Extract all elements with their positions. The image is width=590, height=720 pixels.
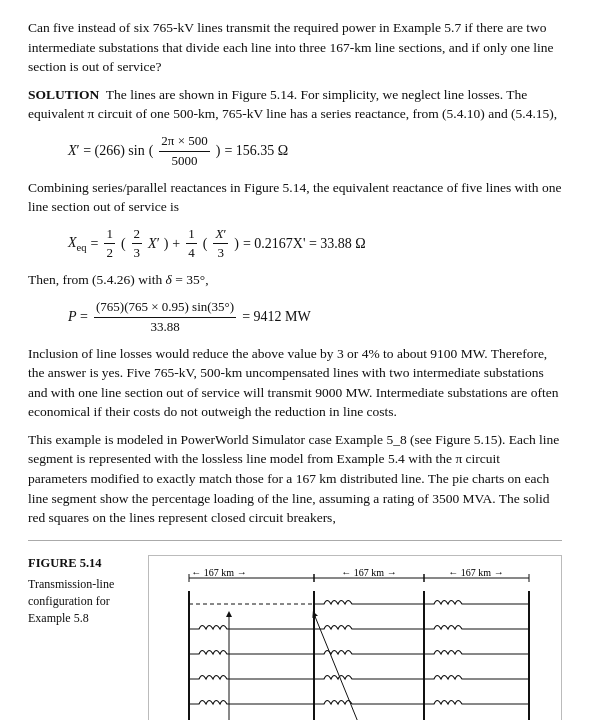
solution-text-2: Combining series/parallel reactances in … bbox=[28, 178, 562, 217]
figure-section: FIGURE 5.14 Transmission-line configurat… bbox=[28, 555, 562, 720]
inductor-1-2 bbox=[314, 600, 424, 604]
eq1-fraction: 2π × 500 5000 bbox=[159, 132, 209, 171]
eq2-result: = 0.2167X' = 33.88 Ω bbox=[243, 234, 366, 254]
eq2-paren2-close: ) bbox=[234, 234, 239, 254]
dim3-label: ← 167 km → bbox=[448, 567, 503, 578]
eq1-result: = 156.35 Ω bbox=[224, 141, 288, 161]
eq2-xeq: Xeq bbox=[68, 233, 86, 255]
solution-text-5: This example is modeled in PowerWorld Si… bbox=[28, 430, 562, 528]
inductor-4-2 bbox=[314, 675, 424, 679]
inductor-5-2 bbox=[314, 700, 424, 704]
eq2-paren1-open: ( bbox=[121, 234, 126, 254]
eq3-result: = 9412 MW bbox=[242, 307, 311, 327]
inductor-1-3 bbox=[424, 600, 529, 604]
inductor-2-3 bbox=[424, 625, 529, 629]
eq3-fraction: (765)(765 × 0.95) sin(35°) 33.88 bbox=[94, 298, 236, 337]
equation-2: Xeq = 1 2 ( 2 3 X′ ) + 1 4 ( X′ 3 ) = 0.… bbox=[68, 225, 562, 264]
inductor-2-2 bbox=[314, 625, 424, 629]
inductor-4-1 bbox=[189, 675, 314, 679]
figure-diagram: ← 167 km → ← 167 km → ← 167 km → bbox=[148, 555, 562, 720]
intro-question: Can five instead of six 765-kV lines tra… bbox=[28, 18, 562, 77]
section-divider bbox=[28, 540, 562, 541]
solution-text-4: Inclusion of line losses would reduce th… bbox=[28, 344, 562, 422]
inductor-5-1 bbox=[189, 700, 314, 704]
eq1-frac-close: ) bbox=[216, 141, 221, 161]
solution-block-1: SOLUTION The lines are shown in Figure 5… bbox=[28, 85, 562, 124]
eq2-equals1: = bbox=[90, 234, 98, 254]
inductor-3-1 bbox=[189, 650, 314, 654]
eq1-lhs: X′ = (266) sin bbox=[68, 141, 145, 161]
solution-text-1: The lines are shown in Figure 5.14. For … bbox=[28, 87, 557, 122]
eq2-frac1: 1 2 bbox=[104, 225, 115, 264]
eq2-paren1-close: ) bbox=[164, 234, 169, 254]
inductor-3-3 bbox=[424, 650, 529, 654]
dim2-label: ← 167 km → bbox=[341, 567, 396, 578]
eq1-frac-open: ( bbox=[149, 141, 154, 161]
diagram-svg: ← 167 km → ← 167 km → ← 167 km → bbox=[159, 564, 539, 720]
eq2-frac2: 2 3 bbox=[132, 225, 143, 264]
figure-label: FIGURE 5.14 Transmission-line configurat… bbox=[28, 555, 138, 627]
equation-1: X′ = (266) sin ( 2π × 500 5000 ) = 156.3… bbox=[68, 132, 562, 171]
dim1-label: ← 167 km → bbox=[191, 567, 246, 578]
eq2-frac4: X′ 3 bbox=[213, 225, 228, 264]
eq2-paren2-open: ( bbox=[203, 234, 208, 254]
eq2-frac3: 1 4 bbox=[186, 225, 197, 264]
solution-text-3: Then, from (5.4.26) with δ = 35°, bbox=[28, 270, 562, 290]
eq2-plus: + bbox=[172, 234, 180, 254]
equation-3: P = (765)(765 × 0.95) sin(35°) 33.88 = 9… bbox=[68, 298, 562, 337]
figure-id: FIGURE 5.14 bbox=[28, 555, 138, 573]
figure-caption: Transmission-line configuration for Exam… bbox=[28, 576, 138, 626]
eq3-p: P = bbox=[68, 307, 88, 327]
inductor-2-1 bbox=[189, 625, 314, 629]
inductor-5-3 bbox=[424, 700, 529, 704]
inductor-4-3 bbox=[424, 675, 529, 679]
eq2-xprime1: X′ bbox=[148, 234, 160, 254]
solution-label: SOLUTION bbox=[28, 87, 99, 102]
